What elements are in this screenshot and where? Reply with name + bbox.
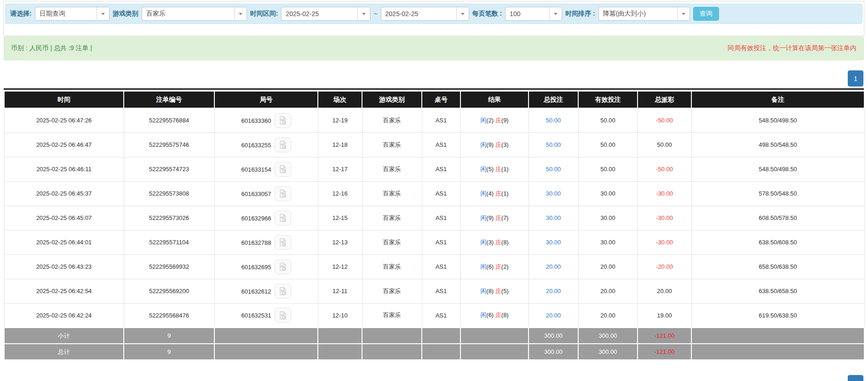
column-header-7: 总投注 [529,91,578,108]
game-type-select[interactable]: 百家乐 [142,7,247,21]
cell-time: 2025-02-25 06:42:54 [4,279,124,303]
column-header-6: 结果 [460,91,529,108]
round-no: 601632788 [241,239,271,246]
sum-empty-cell [460,328,529,344]
video-icon [278,262,287,271]
banker-result: 庄 [495,141,501,148]
cell-remark: 548.50/498.50 [691,157,864,181]
video-replay-button[interactable] [275,113,291,128]
cell-remark: 638.50/658.50 [691,279,864,303]
column-header-1: 注单编号 [124,91,214,108]
sum-count: 9 [124,344,214,360]
table-row: 2025-02-25 06:42:24522295568476601632531… [4,303,864,328]
chevron-down-icon[interactable] [97,7,109,20]
video-replay-button[interactable] [275,284,291,299]
cell-time: 2025-02-25 06:45:07 [4,206,124,230]
cell-valid-bet: 30.00 [578,230,638,254]
cell-valid-bet: 30.00 [578,181,638,206]
sum-empty-cell [318,344,362,360]
chevron-down-icon[interactable] [456,7,469,20]
round-no: 601632612 [241,288,271,294]
total-bet-link[interactable]: 50.00 [546,141,561,148]
payout-value: -50.00 [656,166,673,173]
sort-order-value: 降冪(由大到小) [599,7,677,20]
chevron-down-icon[interactable] [549,7,562,20]
total-bet-link[interactable]: 50.00 [546,117,561,124]
video-replay-button[interactable] [275,235,291,250]
sum-count: 9 [124,328,214,344]
sum-empty-cell [422,344,460,360]
cell-session: 12-17 [318,157,362,181]
sum-empty-cell [691,344,864,360]
currency-summary-text: 币别 : 人民币 | 总共 :9 注单 | [11,44,92,52]
chevron-down-icon[interactable] [357,7,370,20]
video-replay-button[interactable] [275,162,291,177]
cell-table-no: AS1 [422,279,460,303]
query-type-select[interactable]: 日期查询 [35,7,109,21]
chevron-down-icon[interactable] [234,7,247,20]
column-header-0: 时间 [4,91,124,108]
cell-payout: -30.00 [638,230,691,254]
chevron-down-icon[interactable] [677,7,690,20]
video-replay-button[interactable] [275,308,291,323]
total-row: 总计9300.00300.00-121.00 [4,344,864,360]
page-size-value: 100 [506,7,549,20]
cell-remark: 548.50/498.50 [691,108,864,133]
video-replay-button[interactable] [275,186,291,201]
cell-round-no: 601632788 [214,230,318,254]
table-row: 2025-02-25 06:42:54522295569200601632612… [4,279,864,303]
date-to-value: 2025-02-25 [381,7,456,20]
total-bet-link[interactable]: 30.00 [546,190,561,197]
total-bet-link[interactable]: 50.00 [546,166,561,173]
date-to-select[interactable]: 2025-02-25 [381,7,469,21]
sum-label: 小计 [4,328,124,344]
cell-total-bet: 30.00 [529,230,578,254]
video-icon [278,164,287,174]
round-no: 601632966 [241,214,271,221]
player-result: 闲 [480,166,486,173]
cell-remark: 498.50/548.50 [691,133,864,157]
total-bet-link[interactable]: 20.00 [546,263,561,270]
cell-time: 2025-02-25 06:43:23 [4,254,124,279]
total-bet-link[interactable]: 20.00 [546,288,561,294]
payout-value: 50.00 [657,141,672,148]
cell-bet-no: 522295576884 [124,108,214,133]
column-header-3: 场次 [318,91,362,108]
cell-total-bet: 30.00 [529,181,578,206]
round-no: 601633154 [241,166,271,173]
sum-empty-cell [362,328,422,344]
video-replay-button[interactable] [275,260,291,274]
search-button[interactable]: 查询 [693,7,719,21]
payout-value: -121.00 [654,332,674,339]
player-result: 闲 [480,141,486,148]
table-row: 2025-02-25 06:47:26522295576884601633360… [4,108,864,133]
filter-panel: 请选择: 日期查询 游戏类别 百家乐 时间区间: 2025-02-25 ~ 20… [3,1,864,36]
column-header-8: 有效投注 [578,91,638,108]
column-header-10: 备注 [691,91,864,108]
query-type-label: 请选择: [10,10,32,18]
summary-bar: 币别 : 人民币 | 总共 :9 注单 | 同局有效投注，统一计算在该局第一张注… [4,36,864,60]
sort-order-select[interactable]: 降冪(由大到小) [598,7,690,21]
cell-session: 12-10 [318,303,362,328]
cell-game-type: 百家乐 [362,133,422,157]
page-1-button[interactable]: 1 [848,70,863,87]
video-replay-button[interactable] [275,211,291,225]
video-replay-button[interactable] [275,138,291,152]
cell-total-bet: 20.00 [529,303,578,328]
round-no: 601632531 [241,312,271,319]
time-range-label: 时间区间: [250,10,278,18]
cell-valid-bet: 30.00 [578,206,638,230]
cell-remark: 608.50/578.50 [691,206,864,230]
page-1-button[interactable]: 1 [848,375,863,381]
round-no: 601632695 [241,263,271,270]
round-no: 601633360 [241,117,271,124]
total-bet-link[interactable]: 20.00 [546,312,561,319]
total-bet-link[interactable]: 30.00 [546,239,561,246]
video-icon [278,311,287,320]
cell-total-bet: 20.00 [529,279,578,303]
sum-empty-cell [214,344,318,360]
banker-result: 庄 [495,312,501,318]
total-bet-link[interactable]: 30.00 [546,214,561,221]
date-from-select[interactable]: 2025-02-25 [281,7,370,21]
page-size-select[interactable]: 100 [505,7,562,21]
